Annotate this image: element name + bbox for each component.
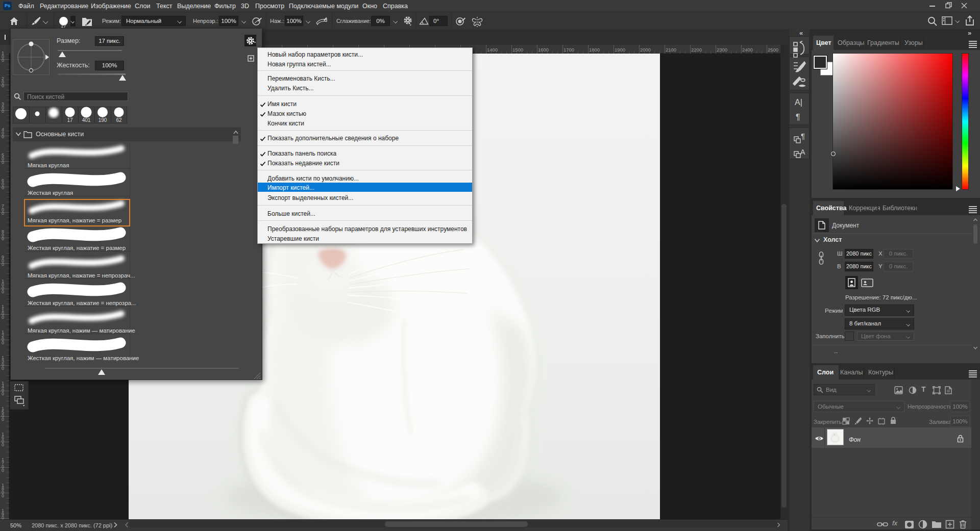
svg-text:¶: ¶: [801, 132, 805, 140]
svg-text:17: 17: [67, 117, 73, 123]
svg-text:401: 401: [82, 117, 91, 123]
svg-text:62: 62: [116, 117, 122, 123]
svg-text:A: A: [800, 148, 805, 156]
svg-text:190: 190: [99, 117, 107, 123]
